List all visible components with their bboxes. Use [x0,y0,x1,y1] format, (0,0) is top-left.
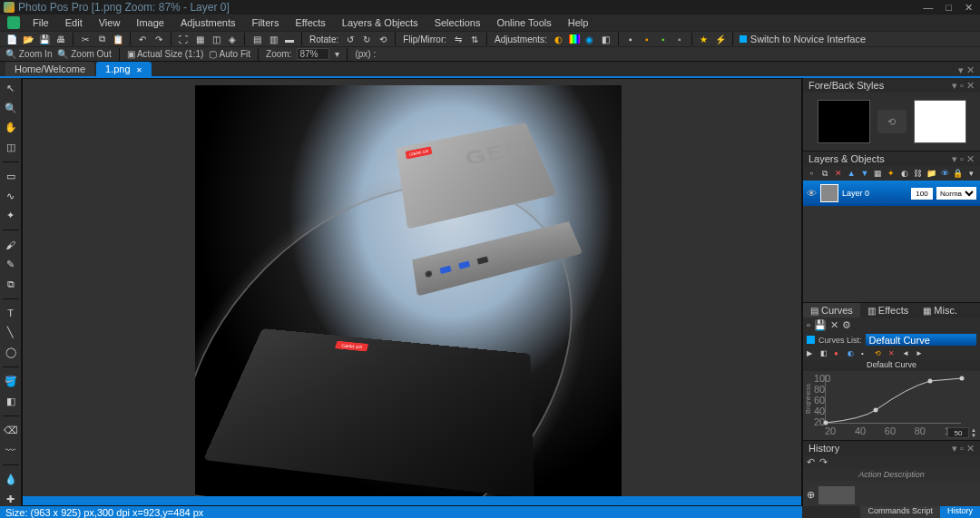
hist-expand-icon[interactable]: ⊕ [807,489,815,501]
canvas-icon[interactable]: ▦ [193,33,206,45]
layer-vis-icon[interactable]: 👁 [940,168,950,179]
layer-new-icon[interactable]: ▫ [807,168,817,179]
open-icon[interactable]: 📂 [22,33,34,45]
menu-edit[interactable]: Edit [58,17,90,28]
tool-pencil-icon[interactable]: ✎ [4,258,18,271]
tool-wand-icon[interactable]: ✦ [4,209,18,222]
tool-gradient-icon[interactable]: ◧ [4,395,18,408]
layer-up-icon[interactable]: ▲ [847,168,857,179]
tabs-close-icon[interactable]: ✕ [966,64,975,75]
swap-colors-icon[interactable]: ⟲ [877,110,906,133]
tabs-menu-icon[interactable]: ▾ [958,64,964,75]
switch-interface[interactable]: Switch to Novice Interface [739,34,866,44]
print-icon[interactable]: 🖶 [54,33,67,45]
crop-icon[interactable]: ◫ [210,33,222,45]
layer-fx-icon[interactable]: ✦ [887,168,897,179]
layer-link-icon[interactable]: ⛓ [913,168,923,179]
panel-pop-icon[interactable]: ▫ [960,80,964,92]
curves-checkbox[interactable] [807,336,815,344]
tool-line-icon[interactable]: ╲ [4,326,18,339]
tool-smudge-icon[interactable]: 〰 [4,444,18,457]
layer-del-icon[interactable]: ✕ [833,168,843,179]
menu-selections[interactable]: Selections [427,17,488,28]
tool-hand-icon[interactable]: ✋ [4,121,18,134]
tool-move-icon[interactable]: ↖ [4,82,18,95]
opt-zoom-in[interactable]: 🔍 Zoom In [5,49,52,59]
tool-zoom-icon[interactable]: 🔍 [4,101,18,114]
tool-clone-icon[interactable]: ⧉ [4,277,18,290]
tab-file[interactable]: 1.png✕ [96,62,152,76]
layer-eye-icon[interactable]: 👁 [807,188,817,199]
tool-eraser-icon[interactable]: ⌫ [4,424,18,437]
fx-tab-effects[interactable]: ▥ Effects [860,303,916,318]
fx3-icon[interactable]: ▪ [657,33,670,45]
panel-min-icon[interactable]: ▾ [952,80,957,92]
adj3-icon[interactable]: ◉ [583,33,596,45]
maximize-button[interactable]: □ [942,2,956,14]
rotate-right-icon[interactable]: ↻ [360,33,373,45]
fx4-icon[interactable]: ▪ [673,33,686,45]
menu-online[interactable]: Online Tools [489,17,558,28]
tool-text-icon[interactable]: T [4,307,18,320]
panel-close-icon[interactable]: ✕ [966,80,975,92]
rotate-left-icon[interactable]: ↺ [344,33,357,45]
menu-image[interactable]: Image [129,17,172,28]
curve-reset-icon[interactable]: ⟲ [875,349,884,358]
fx-del-icon[interactable]: ✕ [830,319,838,331]
layer-blendmode-select[interactable]: Normal [936,187,976,200]
zoom-input[interactable]: 87% [297,48,329,60]
tool-brush-icon[interactable]: 🖌 [4,238,18,251]
layer-merge-icon[interactable]: ▦ [873,168,883,179]
curve-graph[interactable]: Brightness 10080604020 20406080100 ▲▼ [803,371,980,440]
minimize-button[interactable]: — [919,2,936,14]
background-swatch[interactable] [914,100,966,143]
adj2-icon[interactable] [569,34,580,44]
redo-icon[interactable]: ↷ [152,33,165,45]
layer-group-icon[interactable]: 📁 [926,168,936,179]
hist-redo-icon[interactable]: ↷ [819,456,828,468]
spin-up-icon[interactable]: ▲▼ [971,427,976,438]
transform-icon[interactable]: ◈ [226,33,239,45]
grid-icon[interactable]: ▤ [250,33,263,45]
bottom-tab-history[interactable]: History [940,506,980,518]
layer-more-icon[interactable]: ▾ [966,168,976,179]
layer-opacity-input[interactable] [911,188,933,200]
layer-name[interactable]: Layer 0 [842,189,907,198]
adj1-icon[interactable]: ◐ [553,33,565,45]
paste-icon[interactable]: 📋 [112,33,124,45]
hist-undo-icon[interactable]: ↶ [807,456,815,468]
adj4-icon[interactable]: ◧ [600,33,612,45]
fx-tab-misc[interactable]: ▦ Misc. [916,303,965,318]
curve-del-icon[interactable]: ✕ [888,349,897,358]
fx-tab-curves[interactable]: ▤ Curves [803,303,860,318]
tab-close-icon[interactable]: ✕ [136,66,142,74]
menu-help[interactable]: Help [561,17,596,28]
curve-r-icon[interactable]: ► [916,349,925,358]
canvas-area[interactable]: GEM 10 GEM 10 AOOSTAR DESIGNED BY THINKE… [22,78,802,506]
save-icon[interactable]: 💾 [38,33,51,45]
opt-zoom-out[interactable]: 🔍 Zoom Out [57,49,111,59]
ruler-icon[interactable]: ▬ [283,33,296,45]
layer-mask-icon[interactable]: ◐ [899,168,909,179]
bolt-icon[interactable]: ⚡ [714,33,727,45]
cut-icon[interactable]: ✂ [79,33,92,45]
layer-dup-icon[interactable]: ⧉ [820,168,830,179]
close-button[interactable]: ✕ [961,2,976,14]
horizontal-scrollbar[interactable] [23,496,801,505]
opt-actual[interactable]: ▣ Actual Size (1:1) [127,49,204,59]
switch-checkbox-icon[interactable] [739,34,748,44]
curve-c1-icon[interactable]: ● [834,349,843,358]
tool-heal-icon[interactable]: ✚ [4,493,18,506]
menu-adjustments[interactable]: Adjustments [173,17,243,28]
curves-dropdown[interactable]: Default Curve [866,334,976,346]
tool-eyedrop-icon[interactable]: 💧 [4,473,18,486]
curve-c3-icon[interactable]: • [861,349,870,358]
undo-icon[interactable]: ↶ [136,33,149,45]
flip-h-icon[interactable]: ⇋ [452,33,465,45]
bottom-tab-commands[interactable]: Commands Script [860,506,940,518]
curve-grad-icon[interactable]: ◧ [820,349,829,358]
tool-shape-icon[interactable]: ◯ [4,346,18,359]
layer-item[interactable]: 👁 Layer 0 Normal [803,181,980,206]
fx-opts-icon[interactable]: ⚙ [842,319,851,331]
menu-filters[interactable]: Filters [244,17,286,28]
